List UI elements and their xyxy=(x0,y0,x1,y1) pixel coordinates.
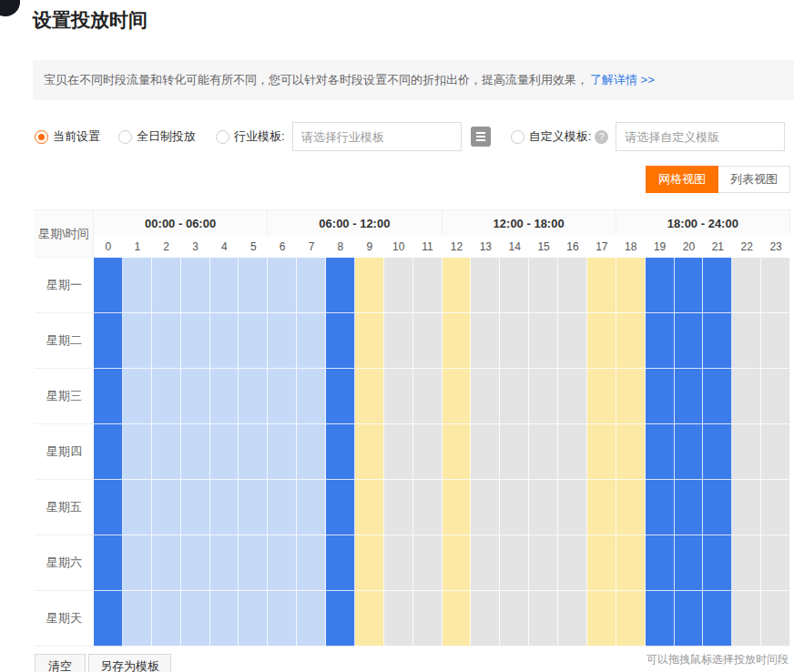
schedule-cell[interactable] xyxy=(268,424,297,480)
schedule-cell[interactable] xyxy=(529,313,558,369)
schedule-cell[interactable] xyxy=(210,480,239,535)
industry-template-list-button[interactable] xyxy=(471,127,491,147)
schedule-cell[interactable] xyxy=(384,535,413,591)
schedule-cell[interactable] xyxy=(587,258,616,313)
schedule-cell[interactable] xyxy=(732,424,761,480)
schedule-cell[interactable] xyxy=(646,591,675,647)
schedule-cell[interactable] xyxy=(646,258,675,313)
schedule-cell[interactable] xyxy=(94,313,123,369)
radio-checked-icon[interactable] xyxy=(35,130,48,144)
schedule-cell[interactable] xyxy=(587,369,616,424)
schedule-cell[interactable] xyxy=(500,535,529,591)
schedule-cell[interactable] xyxy=(646,369,675,424)
schedule-cell[interactable] xyxy=(297,258,326,313)
schedule-cell[interactable] xyxy=(239,313,268,369)
schedule-cell[interactable] xyxy=(152,480,181,535)
schedule-cell[interactable] xyxy=(761,258,790,313)
schedule-cell[interactable] xyxy=(443,535,472,591)
schedule-cell[interactable] xyxy=(123,369,152,424)
schedule-cell[interactable] xyxy=(675,424,704,480)
schedule-cell[interactable] xyxy=(703,258,732,313)
schedule-cell[interactable] xyxy=(616,369,646,424)
schedule-cell[interactable] xyxy=(761,369,790,424)
schedule-cell[interactable] xyxy=(675,591,704,647)
schedule-cell[interactable] xyxy=(239,369,268,424)
schedule-cell[interactable] xyxy=(413,369,443,424)
schedule-cell[interactable] xyxy=(181,369,210,424)
schedule-cell[interactable] xyxy=(471,258,500,313)
schedule-cell[interactable] xyxy=(646,424,675,480)
schedule-cell[interactable] xyxy=(646,535,675,591)
schedule-cell[interactable] xyxy=(413,313,443,369)
schedule-cell[interactable] xyxy=(500,424,529,480)
schedule-cell[interactable] xyxy=(732,369,761,424)
schedule-cell[interactable] xyxy=(675,480,704,535)
schedule-cell[interactable] xyxy=(384,424,413,480)
schedule-cell[interactable] xyxy=(355,313,384,369)
schedule-cell[interactable] xyxy=(761,313,790,369)
schedule-cell[interactable] xyxy=(443,313,472,369)
schedule-cell[interactable] xyxy=(558,313,587,369)
schedule-cell[interactable] xyxy=(152,424,181,480)
schedule-cell[interactable] xyxy=(587,591,616,647)
schedule-cell[interactable] xyxy=(268,480,297,535)
schedule-cell[interactable] xyxy=(529,480,558,535)
clear-button[interactable]: 清空 xyxy=(35,654,86,672)
schedule-cell[interactable] xyxy=(152,591,181,647)
schedule-cell[interactable] xyxy=(703,313,732,369)
schedule-cell[interactable] xyxy=(616,480,646,535)
schedule-cell[interactable] xyxy=(355,480,384,535)
schedule-cell[interactable] xyxy=(384,369,413,424)
schedule-cell[interactable] xyxy=(703,480,732,535)
schedule-cell[interactable] xyxy=(732,258,761,313)
schedule-cell[interactable] xyxy=(326,480,355,535)
schedule-cell[interactable] xyxy=(355,591,384,647)
schedule-cell[interactable] xyxy=(152,313,181,369)
schedule-cell[interactable] xyxy=(500,480,529,535)
schedule-cell[interactable] xyxy=(443,480,472,535)
radio-icon[interactable] xyxy=(216,130,229,144)
schedule-cell[interactable] xyxy=(703,369,732,424)
schedule-cell[interactable] xyxy=(558,424,587,480)
schedule-cell[interactable] xyxy=(210,535,239,591)
schedule-cell[interactable] xyxy=(646,313,675,369)
schedule-cell[interactable] xyxy=(181,535,210,591)
schedule-cell[interactable] xyxy=(500,591,529,647)
schedule-cell[interactable] xyxy=(616,313,646,369)
schedule-cell[interactable] xyxy=(761,535,790,591)
schedule-cell[interactable] xyxy=(443,591,472,647)
schedule-cell[interactable] xyxy=(239,591,268,647)
schedule-cell[interactable] xyxy=(152,535,181,591)
schedule-cell[interactable] xyxy=(471,424,500,480)
schedule-cell[interactable] xyxy=(413,535,443,591)
schedule-cell[interactable] xyxy=(94,591,123,647)
schedule-cell[interactable] xyxy=(384,258,413,313)
industry-template-input[interactable] xyxy=(292,122,462,151)
schedule-cell[interactable] xyxy=(94,369,123,424)
schedule-cell[interactable] xyxy=(675,535,704,591)
schedule-cell[interactable] xyxy=(471,591,500,647)
radio-icon[interactable] xyxy=(118,130,132,144)
schedule-cell[interactable] xyxy=(529,369,558,424)
schedule-cell[interactable] xyxy=(123,258,152,313)
schedule-cell[interactable] xyxy=(297,480,326,535)
schedule-cell[interactable] xyxy=(94,258,123,313)
schedule-cell[interactable] xyxy=(443,369,472,424)
schedule-cell[interactable] xyxy=(181,313,210,369)
schedule-cell[interactable] xyxy=(210,258,239,313)
schedule-cell[interactable] xyxy=(587,480,616,535)
mode-allday-option[interactable]: 全日制投放 xyxy=(118,128,196,145)
schedule-cell[interactable] xyxy=(587,313,616,369)
schedule-cell[interactable] xyxy=(471,369,500,424)
schedule-cell[interactable] xyxy=(471,535,500,591)
schedule-cell[interactable] xyxy=(123,535,152,591)
schedule-cell[interactable] xyxy=(181,591,210,647)
schedule-cell[interactable] xyxy=(675,369,704,424)
schedule-cell[interactable] xyxy=(558,591,587,647)
schedule-cell[interactable] xyxy=(384,591,413,647)
schedule-cell[interactable] xyxy=(297,424,326,480)
custom-template-input[interactable] xyxy=(616,122,785,151)
schedule-cell[interactable] xyxy=(384,313,413,369)
schedule-cell[interactable] xyxy=(239,258,268,313)
schedule-cell[interactable] xyxy=(471,480,500,535)
